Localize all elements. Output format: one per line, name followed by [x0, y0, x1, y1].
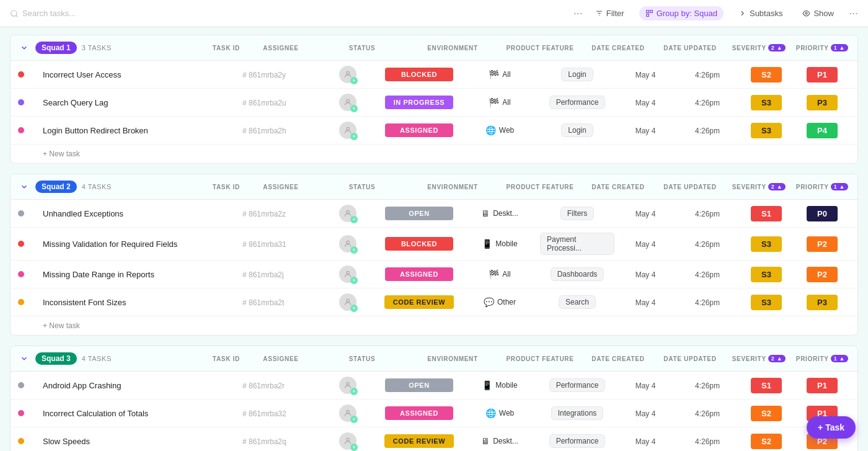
task-name-cell: Android App Crashing — [43, 381, 242, 390]
date-updated-cell: 4:26pm — [676, 381, 738, 390]
task-name: Inconsistent Font Sizes — [43, 298, 242, 307]
svg-point-0 — [11, 10, 17, 16]
task-dot — [18, 271, 24, 277]
feature-cell: Login — [540, 68, 614, 81]
task-dot-cell — [18, 299, 43, 305]
date-created-value: May 4 — [636, 210, 656, 218]
topbar-actions: Filter Group by: Squad Subtasks Show ··· — [590, 6, 858, 20]
search-area[interactable]: Search tasks... — [10, 9, 566, 18]
assignee-avatar — [339, 122, 356, 139]
environment-value: 🖥 Deskt... — [481, 436, 518, 446]
environment-cell: 🖥 Deskt... — [459, 436, 540, 446]
env-icon: 📱 — [482, 380, 492, 390]
task-row[interactable]: Android App Crashing # 861mrba2r OPEN 📱 … — [11, 372, 857, 400]
squad-chevron-1[interactable] — [18, 42, 30, 54]
environment-value: 🏁 All — [489, 69, 510, 79]
task-row[interactable]: Slow Speeds # 861mrba2q CODE REVIEW 🖥 De… — [11, 427, 857, 451]
task-id: # 861mrba2t — [242, 298, 284, 307]
task-dot — [18, 127, 24, 133]
env-label: Web — [499, 126, 514, 135]
task-name: Search Query Lag — [43, 98, 242, 107]
task-row[interactable]: Login Button Redirect Broken # 861mrba2h… — [11, 117, 857, 145]
env-label: Mobile — [495, 381, 517, 390]
severity-cell: S3 — [738, 267, 794, 282]
feature-value: Filters — [560, 207, 595, 220]
env-icon: 💬 — [484, 297, 494, 307]
squad-section-3: Squad 3 4 TASKS TASK ID ASSIGNEE STATUS … — [10, 346, 858, 451]
svg-rect-6 — [650, 11, 652, 13]
status-cell: OPEN — [379, 207, 459, 220]
env-label: Web — [499, 409, 514, 418]
svg-point-10 — [347, 99, 350, 102]
group-by-button[interactable]: Group by: Squad — [639, 6, 724, 20]
assignee-cell — [317, 122, 379, 139]
task-id-cell: # 861mrba31 — [242, 239, 317, 249]
priority-cell: P1 — [794, 378, 850, 393]
date-created-cell: May 4 — [614, 437, 676, 446]
task-row[interactable]: Search Query Lag # 861mrba2u IN PROGRESS… — [11, 89, 857, 117]
task-dot-cell — [18, 71, 43, 78]
squad-task-count-3: 4 TASKS — [82, 355, 112, 362]
task-name: Unhandled Exceptions — [43, 209, 242, 218]
severity-badge: S3 — [751, 295, 782, 310]
task-dot-cell — [18, 210, 43, 217]
task-name: Android App Crashing — [43, 381, 242, 390]
priority-cell: P1 — [794, 67, 850, 83]
task-row[interactable]: Unhandled Exceptions # 861mrba2z OPEN 🖥 … — [11, 200, 857, 228]
status-cell: ASSIGNED — [379, 123, 459, 137]
task-dot — [18, 410, 24, 416]
squad-chevron-2[interactable] — [18, 181, 30, 193]
date-created-value: May 4 — [636, 437, 656, 446]
more-options-icon[interactable]: ··· — [574, 7, 583, 20]
filter-button[interactable]: Filter — [590, 6, 629, 20]
assignee-avatar — [339, 205, 356, 222]
severity-badge: S2 — [751, 434, 782, 449]
env-label: All — [502, 70, 510, 79]
status-badge: IN PROGRESS — [385, 96, 453, 109]
task-name-cell: Search Query Lag — [43, 98, 242, 107]
feature-cell: Performance — [540, 434, 614, 448]
task-dot-cell — [18, 382, 43, 388]
subtasks-button[interactable]: Subtasks — [733, 6, 787, 20]
new-task-button[interactable]: + New task — [11, 316, 857, 335]
feature-cell: Filters — [540, 207, 614, 220]
date-created-cell: May 4 — [614, 126, 676, 135]
task-dot-cell — [18, 99, 43, 105]
environment-cell: 🌐 Web — [459, 125, 540, 135]
task-name: Missing Validation for Required Fields — [43, 239, 242, 249]
more-topbar-icon[interactable]: ··· — [849, 7, 858, 20]
task-name: Slow Speeds — [43, 437, 242, 446]
date-updated-value: 4:26pm — [695, 409, 720, 418]
date-updated-value: 4:26pm — [695, 270, 720, 279]
assignee-cell — [317, 235, 379, 252]
assignee-cell — [317, 205, 379, 222]
date-created-cell: May 4 — [614, 98, 676, 107]
severity-cell: S2 — [738, 434, 794, 449]
task-name-cell: Incorrect User Access — [43, 70, 242, 79]
task-name: Incorrect Calculation of Totals — [43, 409, 242, 418]
task-row[interactable]: Inconsistent Font Sizes # 861mrba2t CODE… — [11, 288, 857, 316]
svg-point-15 — [347, 299, 350, 302]
task-row[interactable]: Incorrect Calculation of Totals # 861mrb… — [11, 400, 857, 427]
severity-badge: S3 — [751, 267, 782, 282]
show-button[interactable]: Show — [797, 6, 839, 20]
environment-cell: 🖥 Deskt... — [459, 208, 540, 218]
add-task-fab[interactable]: + Task — [807, 416, 856, 439]
task-row[interactable]: Incorrect User Access # 861mrba2y BLOCKE… — [11, 61, 857, 89]
svg-point-11 — [347, 127, 350, 130]
priority-badge: P3 — [807, 95, 838, 110]
squad-chevron-3[interactable] — [18, 352, 30, 365]
task-name-cell: Unhandled Exceptions — [43, 209, 242, 218]
status-badge: CODE REVIEW — [384, 434, 454, 448]
task-id-cell: # 861mrba32 — [242, 409, 317, 418]
severity-badge: S1 — [751, 206, 782, 221]
task-dot — [18, 299, 24, 305]
task-row[interactable]: Missing Validation for Required Fields #… — [11, 228, 857, 261]
new-task-button[interactable]: + New task — [11, 145, 857, 163]
task-row[interactable]: Missing Date Range in Reports # 861mrba2… — [11, 261, 857, 288]
squad-section-2: Squad 2 4 TASKS TASK ID ASSIGNEE STATUS … — [10, 174, 858, 336]
environment-value: 🌐 Web — [485, 408, 514, 418]
svg-point-18 — [347, 438, 350, 441]
feature-value: Payment Processi... — [540, 233, 614, 255]
env-icon: 🌐 — [485, 408, 496, 418]
